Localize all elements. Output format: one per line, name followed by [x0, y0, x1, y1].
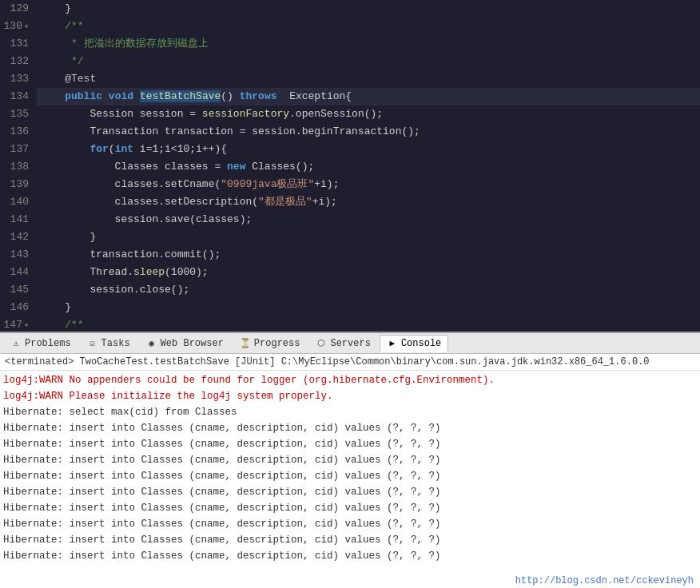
code-line: 131 * 把溢出的数据存放到磁盘上 — [0, 35, 700, 53]
tab-web-browser[interactable]: ◉Web Browser — [139, 335, 231, 352]
bottom-panel: ⚠Problems☑Tasks◉Web Browser⏳Progress⬡Ser… — [0, 332, 700, 588]
line-number: 133 — [0, 70, 37, 88]
line-content: @Test — [37, 70, 700, 88]
tab-console[interactable]: ▶Console — [380, 335, 448, 352]
tasks-icon: ☑ — [87, 338, 98, 349]
code-lines: 129 }130▾ /**131 * 把溢出的数据存放到磁盘上132 */133… — [0, 0, 700, 332]
console-line: Hibernate: select max(cid) from Classes — [3, 404, 697, 420]
web-browser-icon: ◉ — [146, 338, 157, 349]
line-number: 137 — [0, 141, 37, 158]
tab-label-problems: Problems — [25, 338, 71, 349]
console-line: Hibernate: insert into Classes (cname, d… — [3, 516, 697, 532]
code-line: 139 classes.setCname("0909java极品班"+i); — [0, 176, 700, 193]
console-line: Hibernate: insert into Classes (cname, d… — [3, 452, 697, 468]
line-content: } — [37, 228, 700, 246]
line-content: for(int i=1;i<10;i++){ — [37, 141, 700, 158]
problems-icon: ⚠ — [10, 338, 22, 349]
line-content: /** — [37, 316, 700, 332]
console-line: Hibernate: insert into Classes (cname, d… — [3, 532, 697, 548]
line-number: 141 — [0, 211, 37, 228]
line-content: classes.setDescription("都是极品"+i); — [37, 193, 700, 211]
code-line: 143 transaction.commit(); — [0, 246, 700, 264]
line-content: Thread.sleep(1000); — [37, 264, 700, 281]
terminated-bar: <terminated> TwoCacheTest.testBatchSave … — [0, 354, 700, 371]
line-content: Session session = sessionFactory.openSes… — [37, 105, 700, 123]
console-line: Hibernate: insert into Classes (cname, d… — [3, 548, 697, 564]
console-icon: ▶ — [387, 338, 398, 349]
tab-progress[interactable]: ⏳Progress — [233, 335, 308, 352]
code-editor: 129 }130▾ /**131 * 把溢出的数据存放到磁盘上132 */133… — [0, 0, 700, 332]
progress-icon: ⏳ — [240, 338, 251, 349]
tabs-bar: ⚠Problems☑Tasks◉Web Browser⏳Progress⬡Ser… — [0, 333, 700, 354]
line-content: } — [37, 0, 700, 18]
tab-label-console: Console — [401, 338, 441, 349]
console-line: Hibernate: insert into Classes (cname, d… — [3, 436, 697, 452]
line-content: Transaction transaction = session.beginT… — [37, 123, 700, 141]
line-number: 147▾ — [0, 316, 37, 332]
line-number: 140 — [0, 193, 37, 211]
tab-label-web-browser: Web Browser — [161, 338, 224, 349]
tab-problems[interactable]: ⚠Problems — [3, 335, 78, 352]
code-line: 145 session.close(); — [0, 281, 700, 299]
code-line: 134 public void testBatchSave() throws E… — [0, 88, 700, 105]
line-content: */ — [37, 53, 700, 70]
line-number: 144 — [0, 264, 37, 281]
line-number: 130▾ — [0, 18, 37, 36]
line-number: 143 — [0, 246, 37, 264]
line-number: 139 — [0, 176, 37, 193]
servers-icon: ⬡ — [316, 338, 327, 349]
line-number: 129 — [0, 0, 37, 18]
line-content: transaction.commit(); — [37, 246, 700, 264]
console-line: log4j:WARN Please initialize the log4j s… — [3, 388, 697, 404]
line-number: 146 — [0, 299, 37, 316]
tab-label-tasks: Tasks — [101, 338, 130, 349]
line-number: 135 — [0, 105, 37, 123]
console-line: Hibernate: insert into Classes (cname, d… — [3, 484, 697, 500]
console-line: Hibernate: insert into Classes (cname, d… — [3, 468, 697, 484]
code-line: 141 session.save(classes); — [0, 211, 700, 228]
console-line: Hibernate: insert into Classes (cname, d… — [3, 500, 697, 516]
tab-servers[interactable]: ⬡Servers — [308, 335, 377, 352]
line-number: 132 — [0, 53, 37, 70]
console-line: log4j:WARN No appenders could be found f… — [3, 372, 697, 388]
tab-label-servers: Servers — [330, 338, 370, 349]
code-line: 142 } — [0, 228, 700, 246]
code-line: 130▾ /** — [0, 18, 700, 35]
code-line: 138 Classes classes = new Classes(); — [0, 158, 700, 176]
line-content: session.save(classes); — [37, 211, 700, 228]
line-content: public void testBatchSave() throws Excep… — [37, 88, 700, 105]
code-line: 136 Transaction transaction = session.be… — [0, 123, 700, 141]
console-line: Hibernate: insert into Classes (cname, d… — [3, 420, 697, 436]
code-line: 147▾ /** — [0, 316, 700, 332]
line-content: /** — [37, 18, 700, 35]
code-line: 133 @Test — [0, 70, 700, 88]
line-number: 145 — [0, 281, 37, 299]
line-content: } — [37, 299, 700, 316]
line-number: 131 — [0, 35, 37, 53]
line-number: 136 — [0, 123, 37, 141]
line-number: 138 — [0, 158, 37, 176]
code-line: 129 } — [0, 0, 700, 18]
code-line: 135 Session session = sessionFactory.ope… — [0, 105, 700, 123]
code-line: 137 for(int i=1;i<10;i++){ — [0, 141, 700, 158]
line-number: 142 — [0, 228, 37, 246]
line-content: Classes classes = new Classes(); — [37, 158, 700, 176]
line-number: 134 — [0, 88, 37, 105]
tab-tasks[interactable]: ☑Tasks — [80, 335, 137, 352]
tab-label-progress: Progress — [254, 338, 300, 349]
console-output: log4j:WARN No appenders could be found f… — [0, 371, 700, 574]
code-line: 144 Thread.sleep(1000); — [0, 264, 700, 281]
line-content: * 把溢出的数据存放到磁盘上 — [37, 35, 700, 53]
watermark: http://blog.csdn.net/cckevineyh — [0, 574, 700, 588]
code-line: 146 } — [0, 299, 700, 316]
code-line: 132 */ — [0, 53, 700, 70]
line-content: classes.setCname("0909java极品班"+i); — [37, 176, 700, 193]
code-line: 140 classes.setDescription("都是极品"+i); — [0, 193, 700, 211]
line-content: session.close(); — [37, 281, 700, 299]
